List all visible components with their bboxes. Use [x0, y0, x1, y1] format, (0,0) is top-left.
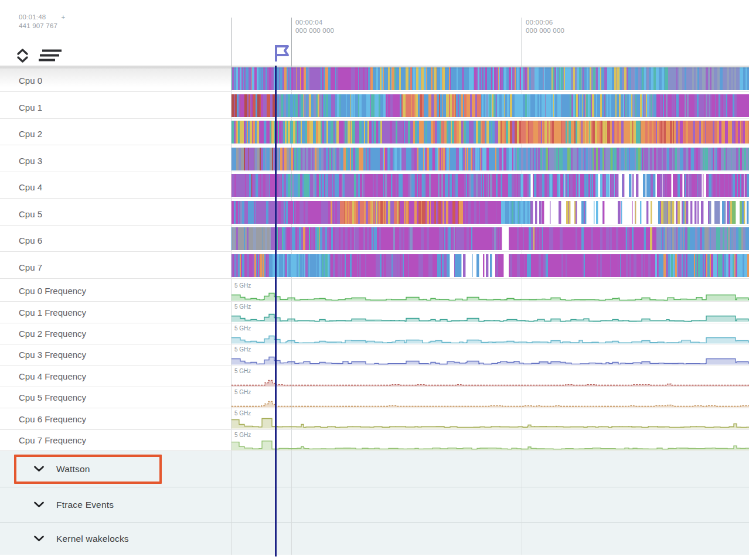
track-label[interactable]: Cpu 6 Frequency: [19, 408, 86, 429]
section-header-row-wattson[interactable]: Wattson: [0, 451, 749, 487]
sched-slices-track[interactable]: [231, 227, 749, 250]
perfetto-timeline-panel: WattsonFtrace EventsKernel wakelocks Cpu…: [0, 0, 749, 560]
flag-marker-icon[interactable]: [272, 45, 291, 64]
track-label[interactable]: Cpu 5: [19, 201, 212, 228]
sched-track-row: Cpu 3: [0, 148, 749, 175]
sched-track-row: Cpu 2: [0, 121, 749, 148]
sched-track-row: Cpu 4: [0, 174, 749, 201]
trace-duration-nanos: 441 907 767: [19, 22, 65, 30]
tick-nanos: 000 000 000: [295, 26, 334, 35]
trace-duration: 00:01:48+ 441 907 767: [19, 13, 65, 30]
tick-nanos: 000 000 000: [526, 26, 564, 35]
track-label[interactable]: Cpu 1: [19, 94, 212, 121]
chevron-down-icon: [33, 466, 45, 472]
section-header-row-kernel-wakelocks[interactable]: Kernel wakelocks: [0, 522, 749, 555]
ruler-tick-line: [522, 18, 522, 66]
freq-track-row: Cpu 0 Frequency5 GHz: [0, 281, 749, 302]
sched-slices-track[interactable]: [231, 67, 749, 90]
chevron-down-icon: [33, 535, 45, 542]
header-shadow: [0, 66, 749, 69]
section-label: Ftrace Events: [56, 500, 114, 510]
freq-counter-track[interactable]: [231, 430, 749, 451]
row-separator: [0, 251, 749, 252]
trace-duration-time: 00:01:48+: [19, 13, 65, 22]
freq-counter-track[interactable]: [231, 408, 749, 429]
expand-collapse-tracks-icon[interactable]: [16, 48, 29, 63]
plus-sign: +: [61, 13, 65, 21]
track-label[interactable]: Cpu 0 Frequency: [19, 281, 86, 301]
track-label[interactable]: Cpu 7: [19, 254, 212, 281]
sched-track-row: Cpu 0: [0, 67, 749, 94]
track-label[interactable]: Cpu 3: [19, 148, 212, 175]
freq-counter-track[interactable]: [231, 323, 749, 344]
track-label[interactable]: Cpu 4 Frequency: [19, 366, 86, 387]
row-separator: [0, 145, 749, 145]
freq-counter-track[interactable]: [231, 366, 749, 387]
row-separator: [0, 118, 749, 119]
sort-tracks-icon[interactable]: [37, 49, 63, 63]
freq-track-row: Cpu 7 Frequency5 GHz: [0, 430, 749, 451]
track-label[interactable]: Cpu 3 Frequency: [19, 344, 86, 365]
track-label[interactable]: Cpu 1 Frequency: [19, 302, 86, 322]
time-ruler[interactable]: 00:01:48+ 441 907 767 00:00:04000 000 00…: [0, 0, 749, 66]
freq-counter-track[interactable]: [231, 281, 749, 302]
flag-marker-line: [275, 59, 277, 556]
sched-slices-track[interactable]: [231, 148, 749, 170]
freq-counter-track[interactable]: [231, 302, 749, 323]
track-label[interactable]: Cpu 4: [19, 174, 212, 201]
sched-track-row: Cpu 1: [0, 94, 749, 121]
sched-slices-track[interactable]: [231, 121, 749, 144]
section-label: Kernel wakelocks: [56, 534, 129, 544]
track-label[interactable]: Cpu 0: [19, 67, 212, 94]
freq-track-row: Cpu 1 Frequency5 GHz: [0, 302, 749, 323]
freq-track-row: Cpu 2 Frequency5 GHz: [0, 323, 749, 344]
sched-track-row: Cpu 7: [0, 254, 749, 281]
track-label[interactable]: Cpu 7 Frequency: [19, 430, 86, 450]
row-separator: [0, 91, 749, 92]
ruler-tick-label: 00:00:06000 000 000: [526, 18, 564, 35]
ruler-track-boundary-line: [231, 18, 231, 66]
row-separator: [0, 278, 749, 279]
sched-track-row: Cpu 5: [0, 201, 749, 228]
section-label: Wattson: [56, 464, 90, 474]
chevron-down-icon: [33, 501, 45, 508]
freq-track-row: Cpu 6 Frequency5 GHz: [0, 408, 749, 429]
ruler-tick-line: [291, 18, 292, 66]
track-label[interactable]: Cpu 5 Frequency: [19, 387, 86, 408]
tick-time: 00:00:04: [295, 18, 334, 26]
freq-track-row: Cpu 4 Frequency5 GHz: [0, 366, 749, 387]
sched-slices-track[interactable]: [231, 201, 749, 224]
sched-track-row: Cpu 6: [0, 227, 749, 254]
freq-track-row: Cpu 3 Frequency5 GHz: [0, 344, 749, 366]
row-separator: [0, 172, 749, 172]
row-separator: [0, 225, 749, 226]
section-header-row-ftrace-events[interactable]: Ftrace Events: [0, 487, 749, 522]
sched-slices-track[interactable]: [231, 94, 749, 117]
track-label[interactable]: Cpu 2 Frequency: [19, 323, 86, 344]
track-label[interactable]: Cpu 6: [19, 227, 212, 254]
freq-counter-track[interactable]: [231, 344, 749, 366]
tick-time: 00:00:06: [526, 18, 564, 26]
track-label[interactable]: Cpu 2: [19, 121, 212, 148]
sched-slices-track[interactable]: [231, 254, 749, 277]
row-separator: [0, 198, 749, 199]
freq-counter-track[interactable]: [231, 387, 749, 408]
freq-track-row: Cpu 5 Frequency5 GHz: [0, 387, 749, 408]
sched-slices-track[interactable]: [231, 174, 749, 197]
ruler-tick-label: 00:00:04000 000 000: [295, 18, 334, 35]
